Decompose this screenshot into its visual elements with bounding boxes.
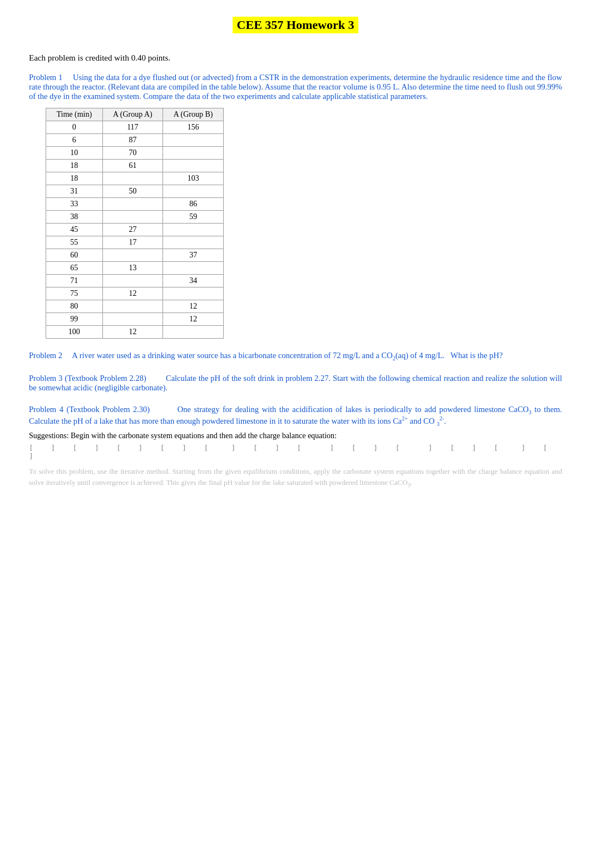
problem1-text: Problem 1 Using the data for a dye flush… xyxy=(29,73,562,101)
table-row: 9912 xyxy=(46,313,224,326)
table-row: 3859 xyxy=(46,211,224,224)
table-row: 3386 xyxy=(46,198,224,211)
problem4-text: Problem 4 (Textbook Problem 2.30) One st… xyxy=(29,405,562,427)
table-row: 8012 xyxy=(46,300,224,313)
page-title: CEE 357 Homework 3 xyxy=(233,17,359,33)
table-row: 7134 xyxy=(46,275,224,287)
problem2-text: Problem 2 A river water used as a drinki… xyxy=(29,351,562,361)
equation-line: [ ] [ ] [ ] [ ] [ ] [ ] [ ] [ ] [ ] [ ] … xyxy=(29,444,562,460)
blurred-text: To solve this problem, use the iterative… xyxy=(29,466,562,489)
problem2-block: Problem 2 A river water used as a drinki… xyxy=(29,351,562,361)
table-row: 4527 xyxy=(46,224,224,236)
credit-line: Each problem is credited with 0.40 point… xyxy=(29,53,562,63)
suggestions-text: Suggestions: Begin with the carbonate sy… xyxy=(29,431,562,440)
data-table-wrapper: Time (min) A (Group A) A (Group B) 01171… xyxy=(46,108,562,339)
table-row: 687 xyxy=(46,134,224,147)
table-row: 3150 xyxy=(46,185,224,198)
problem3-text: Problem 3 (Textbook Problem 2.28) Calcul… xyxy=(29,374,562,393)
problem4-label: Problem 4 (Textbook Problem 2.30) xyxy=(29,405,150,414)
col-header-groupB: A (Group B) xyxy=(163,108,224,121)
problem3-block: Problem 3 (Textbook Problem 2.28) Calcul… xyxy=(29,374,562,393)
problem1-label: Problem 1 xyxy=(29,73,73,82)
table-row: 1861 xyxy=(46,160,224,172)
table-row: 5517 xyxy=(46,236,224,249)
col-header-groupA: A (Group A) xyxy=(102,108,163,121)
problem3-label: Problem 3 (Textbook Problem 2.28) xyxy=(29,374,146,383)
table-row: 10012 xyxy=(46,326,224,339)
title-wrapper: CEE 357 Homework 3 xyxy=(29,17,562,43)
table-row: 18103 xyxy=(46,172,224,185)
table-row: 1070 xyxy=(46,147,224,160)
problem4-block: Problem 4 (Textbook Problem 2.30) One st… xyxy=(29,405,562,489)
problem1-block: Problem 1 Using the data for a dye flush… xyxy=(29,73,562,339)
table-row: 0117156 xyxy=(46,121,224,134)
table-row: 7512 xyxy=(46,287,224,300)
table-row: 6037 xyxy=(46,249,224,262)
data-table: Time (min) A (Group A) A (Group B) 01171… xyxy=(46,108,224,339)
col-header-time: Time (min) xyxy=(46,108,103,121)
problem2-label: Problem 2 xyxy=(29,351,62,360)
table-row: 6513 xyxy=(46,262,224,275)
